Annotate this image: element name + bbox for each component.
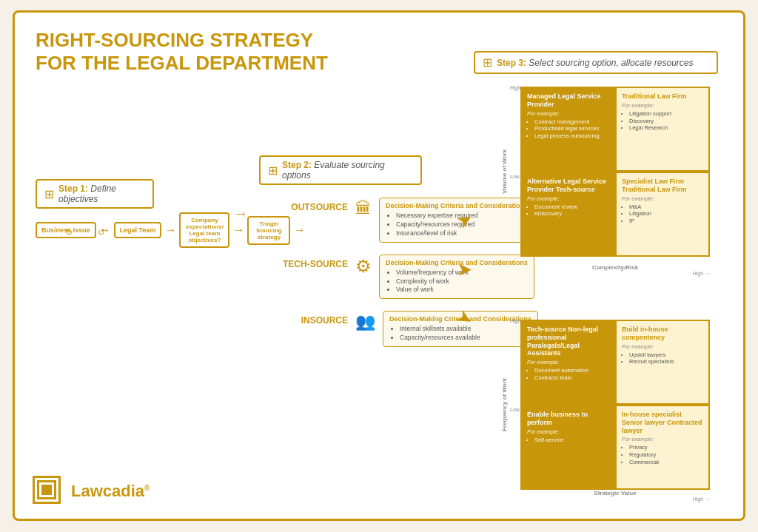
inhouse-specialist-example: For example: — [622, 436, 703, 442]
legal-team-box: Legal Team — [114, 222, 162, 238]
inhouse-specialist-list: Privacy Regulatory Commercial — [622, 444, 703, 465]
build-inhouse-title: Build in-house compentency — [622, 326, 703, 342]
circ-arrow-1: ↺ — [65, 227, 73, 238]
page-title: RIGHT-SOURCING STRATEGY FOR THE LEGAL DE… — [36, 29, 328, 75]
arrow-3: → — [232, 223, 244, 237]
outsource-label: OUTSOURCE — [281, 198, 348, 212]
step3-label: Step 3: Select sourcing option, allocate… — [497, 58, 693, 68]
alternative-legal-list: Document review eDiscovery — [527, 203, 608, 218]
traditional-law-title: Traditional Law Firm — [622, 92, 703, 101]
inhouse-specialist-cell: In-house specialist Senior lawyer Contra… — [615, 405, 710, 490]
enable-business-cell: Enable business to perform For example: … — [520, 405, 615, 490]
build-inhouse-list: Upskill lawyers Recruit specialists — [622, 351, 703, 366]
managed-legal-list: Contract management Productised legal se… — [527, 118, 608, 140]
techsource-criteria-item-3: Value of work — [396, 286, 528, 294]
specialist-law-title: Specialist Law Firm Traditional Law Firm — [622, 178, 703, 194]
alternative-legal-cell: Alternative Legal Service Provider Tech-… — [520, 172, 615, 257]
step1-icon: ⊞ — [44, 187, 54, 201]
bottom-grid-container: Frequency of Work High Low Strategic Val… — [500, 305, 722, 505]
main-container: RIGHT-SOURCING STRATEGY FOR THE LEGAL DE… — [13, 10, 745, 521]
top-grid-x-high: High → — [693, 271, 710, 276]
build-inhouse-cell: Build in-house compentency For example: … — [615, 320, 710, 405]
step2-icon: ⊞ — [268, 164, 278, 178]
techsource-icon: ⚙ — [355, 255, 372, 277]
bottom-grid-x-axis: Strategic Value High → — [520, 490, 710, 502]
top-grid-container: Volume of Work High Low Complexity/Risk … — [500, 72, 722, 279]
managed-legal-cell: Managed Legal Service Provider For examp… — [520, 87, 615, 172]
top-grid-y-axis: Volume of Work — [501, 87, 508, 257]
flow-node-legal: Legal Team — [114, 222, 162, 238]
top-grid-2x2: Managed Legal Service Provider For examp… — [520, 87, 710, 257]
flow-node-company: Company expectations/ Legal team objecti… — [179, 212, 229, 248]
alternative-legal-title: Alternative Legal Service Provider Tech-… — [527, 178, 608, 194]
top-grid-low: Low — [510, 174, 520, 179]
insource-icon: 👥 — [355, 311, 375, 331]
step2-box: ⊞ Step 2: Evaluate sourcing options — [259, 155, 422, 185]
company-expectations-box: Company expectations/ Legal team objecti… — [179, 212, 229, 248]
step2-label: Step 2: Evaluate sourcing options — [282, 160, 413, 181]
tech-source-example: For example: — [527, 359, 608, 366]
logo-text: Lawcadia® — [71, 482, 150, 501]
top-grid-high: High — [510, 85, 520, 90]
specialist-law-example: For example: — [622, 195, 703, 202]
arrow-step1-to-step2: → — [233, 205, 248, 222]
step1-box: ⊞ Step 1: Define objectives — [36, 179, 154, 209]
tech-source-cell: Tech-source Non-legal professional Paral… — [520, 320, 615, 405]
bottom-grid: Frequency of Work High Low Strategic Val… — [500, 305, 722, 505]
arrow-2: → — [164, 223, 176, 237]
bottom-grid-x-high: High → — [693, 496, 710, 502]
build-inhouse-example: For example: — [622, 343, 703, 350]
enable-business-example: For example: — [527, 428, 608, 435]
step3-icon: ⊞ — [483, 55, 492, 70]
bottom-grid-2x2: Tech-source Non-legal professional Paral… — [520, 320, 710, 490]
arrow-to-mid-grid: ➤ — [457, 260, 471, 280]
traditional-law-list: Litigation support Discovery Legal Resea… — [622, 110, 703, 132]
step1-label: Step 1: Define objectives — [58, 183, 145, 204]
insource-label: INSOURCE — [281, 311, 348, 326]
bottom-grid-low: Low — [510, 407, 520, 412]
managed-legal-example: For example: — [527, 110, 608, 117]
top-grid: Volume of Work High Low Complexity/Risk … — [500, 72, 722, 279]
logo-icon — [33, 476, 64, 507]
specialist-law-cell: Specialist Law Firm Traditional Law Firm… — [615, 172, 710, 257]
step3-box: ⊞ Step 3: Select sourcing option, alloca… — [474, 51, 718, 74]
enable-business-list: Self-service — [527, 437, 608, 444]
logo-area: Lawcadia® — [33, 476, 150, 507]
inhouse-specialist-title: In-house specialist Senior lawyer Contra… — [622, 411, 703, 434]
circ-arrow-2: ↺ — [98, 227, 105, 238]
traditional-law-cell: Traditional Law Firm For example: Litiga… — [615, 87, 710, 172]
techsource-label: TECH-SOURCE — [281, 255, 348, 269]
tech-source-list: Document automation Contracts team — [527, 367, 608, 382]
top-grid-x-axis: Complexity/Risk High → — [520, 264, 710, 276]
bottom-grid-y-axis: Frequency of Work — [501, 320, 508, 490]
specialist-law-list: M&A Litigation IP — [622, 203, 703, 225]
flow-area: Business Issue → Legal Team → Company ex… — [36, 212, 305, 248]
managed-legal-title: Managed Legal Service Provider — [527, 92, 608, 109]
alternative-legal-example: For example: — [527, 195, 608, 202]
outsource-icon: 🏛 — [355, 198, 372, 218]
enable-business-title: Enable business to perform — [527, 411, 608, 427]
bottom-grid-high: High — [510, 318, 520, 323]
tech-source-title: Tech-source Non-legal professional Paral… — [527, 326, 608, 357]
traditional-law-example: For example: — [622, 102, 703, 109]
